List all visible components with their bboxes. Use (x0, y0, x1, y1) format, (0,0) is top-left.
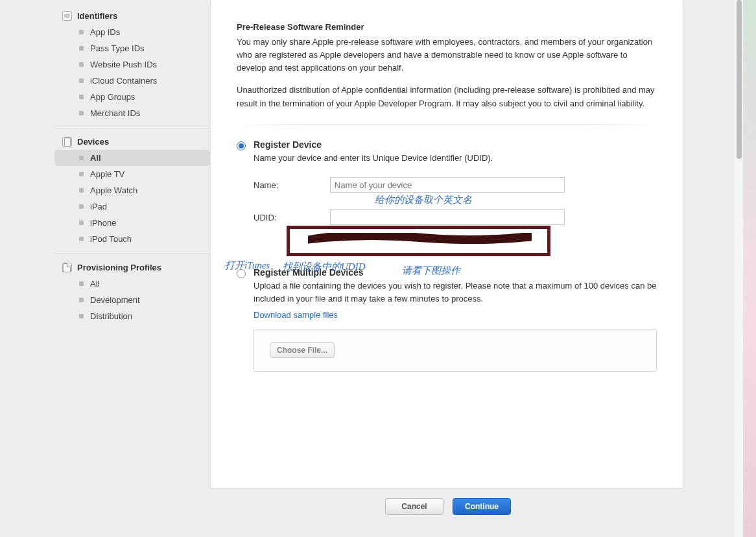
cancel-button[interactable]: Cancel (385, 498, 443, 515)
sidebar-section-devices: Devices All Apple TV Apple Watch iPad iP… (54, 128, 210, 254)
sidebar-item-apple-tv[interactable]: Apple TV (54, 166, 210, 182)
sidebar-item-label: Development (90, 295, 140, 305)
bullet-icon (79, 221, 84, 225)
sidebar-item-devices-all[interactable]: All (54, 150, 210, 166)
sidebar-item-icloud-containers[interactable]: iCloud Containers (54, 73, 210, 89)
footer-bar: Cancel Continue (210, 488, 686, 524)
sidebar-head-devices[interactable]: Devices (54, 134, 210, 150)
sidebar: ID Identifiers App IDs Pass Type IDs Web… (54, 0, 210, 331)
redaction-mark-icon (308, 233, 532, 246)
viewport: ID Identifiers App IDs Pass Type IDs Web… (0, 0, 756, 537)
sidebar-item-app-groups[interactable]: App Groups (54, 89, 210, 105)
sidebar-item-ipad[interactable]: iPad (54, 198, 210, 215)
download-sample-link[interactable]: Download sample files (254, 310, 657, 320)
sidebar-item-pass-type-ids[interactable]: Pass Type IDs (54, 40, 210, 56)
sidebar-head-label: Identifiers (77, 11, 117, 21)
udid-row: UDID: (254, 209, 657, 225)
sidebar-head-profiles[interactable]: Provisioning Profiles (54, 259, 210, 276)
option-register-device: Register Device Name your device and ent… (237, 139, 657, 232)
sidebar-item-label: All (90, 153, 101, 163)
option-body: Register Multiple Devices Upload a file … (254, 267, 657, 372)
bullet-icon (79, 30, 84, 34)
continue-button[interactable]: Continue (453, 498, 511, 515)
page: ID Identifiers App IDs Pass Type IDs Web… (0, 0, 734, 537)
sidebar-head-label: Devices (77, 137, 109, 147)
sidebar-item-label: All (90, 279, 99, 289)
bullet-icon (79, 188, 84, 193)
annotation-name-hint: 给你的设备取个英文名 (375, 194, 472, 206)
bullet-icon (79, 298, 84, 302)
sidebar-head-identifiers[interactable]: ID Identifiers (54, 8, 210, 24)
bullet-icon (79, 78, 84, 83)
bullet-icon (79, 204, 84, 209)
sidebar-item-label: iPhone (90, 218, 116, 228)
bullet-icon (79, 111, 84, 115)
bullet-icon (79, 156, 84, 160)
sidebar-item-merchant-ids[interactable]: Merchant IDs (54, 105, 210, 121)
annotation-open-itunes: 打开iTunes (225, 259, 270, 272)
file-dropzone[interactable]: Choose File... (254, 329, 657, 372)
bullet-icon (79, 281, 84, 286)
option-desc: Name your device and enter its Unique De… (254, 152, 657, 165)
main-panel: Pre-Release Software Reminder You may on… (210, 0, 683, 488)
name-label: Name: (254, 180, 330, 190)
sidebar-section-identifiers: ID Identifiers App IDs Pass Type IDs Web… (54, 3, 210, 128)
sidebar-section-profiles: Provisioning Profiles All Development Di… (54, 254, 210, 331)
device-icon (62, 137, 72, 147)
bullet-icon (79, 172, 84, 176)
sidebar-item-iphone[interactable]: iPhone (54, 215, 210, 231)
sidebar-item-profiles-distribution[interactable]: Distribution (54, 308, 210, 324)
sidebar-item-label: iPad (90, 202, 107, 211)
sidebar-item-label: Pass Type IDs (90, 43, 145, 53)
sidebar-item-label: iCloud Containers (90, 76, 157, 86)
sidebar-item-label: Distribution (90, 311, 132, 321)
sidebar-item-label: Website Push IDs (90, 60, 157, 69)
bullet-icon (79, 46, 84, 51)
option-body: Register Device Name your device and ent… (254, 139, 657, 232)
sidebar-item-profiles-all[interactable]: All (54, 276, 210, 292)
scrollbar-thumb[interactable] (737, 0, 742, 159)
bullet-icon (79, 314, 84, 318)
bullet-icon (79, 237, 84, 241)
reminder-heading: Pre-Release Software Reminder (237, 22, 657, 32)
option-title: Register Device (254, 139, 657, 150)
sidebar-item-label: App IDs (90, 27, 120, 37)
divider (237, 125, 657, 125)
radio-register-device[interactable] (237, 141, 246, 150)
annotation-find-udid: 找到设备中的UDID (283, 261, 366, 273)
sidebar-item-profiles-development[interactable]: Development (54, 292, 210, 308)
reminder-p1: You may only share Apple pre-release sof… (237, 36, 657, 75)
document-icon (62, 263, 72, 272)
radio-register-multiple[interactable] (237, 269, 246, 278)
sidebar-item-label: Apple TV (90, 169, 124, 179)
id-badge-icon: ID (62, 11, 72, 21)
annotation-see-below: 请看下图操作 (402, 265, 460, 277)
option-desc: Upload a file containing the devices you… (254, 280, 657, 305)
choose-file-button[interactable]: Choose File... (270, 342, 335, 358)
sidebar-item-apple-watch[interactable]: Apple Watch (54, 182, 210, 198)
sidebar-item-website-push-ids[interactable]: Website Push IDs (54, 56, 210, 73)
sidebar-item-label: Merchant IDs (90, 108, 140, 118)
option-register-multiple: Register Multiple Devices Upload a file … (237, 267, 657, 372)
device-udid-input[interactable] (330, 209, 565, 225)
desktop-wallpaper-edge (743, 0, 756, 537)
sidebar-item-app-ids[interactable]: App IDs (54, 24, 210, 40)
udid-label: UDID: (254, 213, 330, 222)
name-row: Name: (254, 177, 657, 193)
device-name-input[interactable] (330, 177, 565, 193)
bullet-icon (79, 95, 84, 99)
sidebar-item-label: App Groups (90, 92, 135, 102)
bullet-icon (79, 62, 84, 67)
sidebar-item-ipod-touch[interactable]: iPod Touch (54, 231, 210, 247)
sidebar-item-label: iPod Touch (90, 234, 132, 244)
reminder-p2: Unauthorized distribution of Apple confi… (237, 84, 657, 110)
sidebar-item-label: Apple Watch (90, 185, 137, 195)
sidebar-head-label: Provisioning Profiles (77, 263, 161, 272)
